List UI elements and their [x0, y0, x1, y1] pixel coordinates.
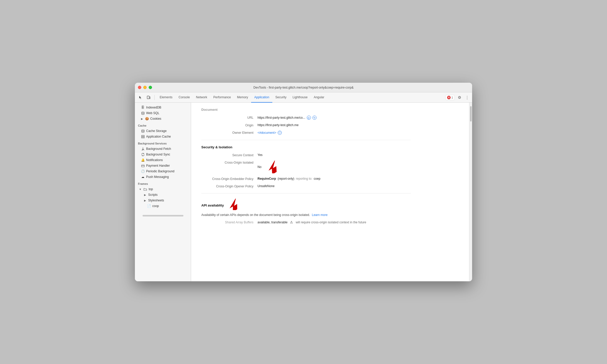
sidebar-item-periodic-background[interactable]: 🕐 Periodic Background — [135, 168, 191, 174]
sidebar-item-background-fetch[interactable]: Background Fetch — [135, 146, 191, 152]
window-title: DevTools - first-party-test.glitch.me/co… — [253, 86, 354, 89]
secure-context-text: Yes — [258, 153, 263, 157]
file-icon: 📄 — [147, 204, 151, 208]
top-expand-arrow: ▼ — [139, 188, 142, 191]
coep-note: (report-only) — [278, 177, 294, 180]
devtools-window: DevTools - first-party-test.glitch.me/co… — [135, 83, 472, 281]
app-cache-icon — [141, 135, 145, 138]
coep-reporting-label: reporting to: — [296, 177, 312, 180]
cursor-icon — [138, 95, 143, 100]
sidebar-item-notifications[interactable]: 🔔 Notifications — [135, 157, 191, 163]
url-copy-icon[interactable]: ◎ — [307, 116, 311, 120]
svg-marker-8 — [265, 161, 280, 173]
sidebar-label-payment-handler: Payment Handler — [146, 164, 170, 167]
device-icon — [147, 95, 151, 100]
sidebar-label-top: top — [149, 187, 153, 191]
sidebar-label-bg-fetch: Background Fetch — [146, 147, 171, 151]
coop-value: UnsafeNone — [258, 184, 275, 188]
bell-icon: 🔔 — [141, 158, 145, 162]
url-refresh-icon[interactable]: ↻ — [312, 116, 317, 120]
url-field-row: URL https://first-party-test.glitch.me/c… — [201, 116, 411, 120]
inspect-element-button[interactable] — [137, 94, 144, 101]
owner-element-label: Owner Element — [201, 131, 258, 135]
sidebar-scrollbar[interactable] — [143, 215, 183, 216]
error-badge[interactable]: ✕ 1 — [445, 95, 455, 100]
owner-element-info-icon[interactable]: ⓘ — [278, 131, 282, 135]
svg-point-3 — [142, 130, 144, 131]
sidebar-label-cookies: Cookies — [150, 117, 161, 120]
sidebar-item-background-sync[interactable]: Background Sync — [135, 152, 191, 157]
origin-field-row: Origin https://first-party-test.glitch.m… — [201, 123, 411, 127]
cross-origin-isolated-field-row: Cross-Origin Isolated No — [201, 161, 411, 173]
divider-1 — [201, 140, 411, 140]
payment-icon — [141, 164, 145, 167]
svg-rect-4 — [142, 135, 144, 136]
sidebar-item-push-messaging[interactable]: ☁ Push Messaging — [135, 174, 191, 180]
coep-field-row: Cross-Origin Embedder Policy RequireCorp… — [201, 177, 411, 181]
sidebar-item-payment-handler[interactable]: Payment Handler — [135, 163, 191, 168]
close-button[interactable] — [138, 86, 141, 89]
owner-element-link[interactable]: <#document> — [258, 131, 276, 135]
shared-buffers-note: will require cross-origin isolated conte… — [296, 221, 366, 224]
divider-2 — [201, 193, 411, 193]
security-section-title: Security & Isolation — [201, 145, 411, 149]
sidebar-item-application-cache[interactable]: Application Cache — [135, 134, 191, 139]
tab-console[interactable]: Console — [176, 92, 193, 103]
sidebar-item-scripts[interactable]: ▶ Scripts — [135, 192, 191, 198]
tab-memory[interactable]: Memory — [234, 92, 251, 103]
tab-application[interactable]: Application — [251, 92, 272, 103]
database2-icon — [141, 111, 145, 115]
coop-label: Cross-Origin Opener Policy — [201, 184, 258, 188]
origin-value: https://first-party-test.glitch.me — [258, 123, 299, 127]
sidebar-item-cache-storage[interactable]: Cache Storage — [135, 128, 191, 134]
cross-origin-isolated-value: No — [258, 161, 280, 173]
api-section-header: API availablity — [201, 199, 411, 210]
cache-storage-icon — [141, 129, 145, 133]
scrollbar-thumb[interactable] — [470, 106, 472, 122]
toolbar-separator — [154, 95, 155, 100]
cache-section-label: Cache — [135, 122, 191, 128]
maximize-button[interactable] — [149, 86, 152, 89]
sidebar-label-periodic-bg: Periodic Background — [146, 169, 174, 173]
coep-text: RequireCorp — [258, 177, 276, 180]
sidebar-item-indexeddb[interactable]: 🗄 IndexedDB — [135, 105, 191, 110]
main-area: 🗄 IndexedDB Web SQL ▶ 🍪 Cookies — [135, 103, 472, 281]
content-scrollbar[interactable] — [469, 103, 472, 281]
sidebar-item-top[interactable]: ▼ top — [135, 186, 191, 192]
sidebar-label-scripts: Scripts — [148, 193, 158, 197]
sidebar-item-websql[interactable]: Web SQL — [135, 110, 191, 116]
shared-buffers-value: available, transferable ⚠ will require c… — [258, 220, 366, 224]
api-learn-more-link[interactable]: Learn more — [312, 213, 328, 217]
coep-reporting-value: coep — [314, 177, 320, 180]
red-arrow-2 — [227, 199, 241, 210]
svg-rect-0 — [147, 96, 149, 99]
stylesheets-expand-arrow: ▶ — [144, 199, 146, 202]
secure-context-label: Secure Context — [201, 153, 258, 157]
minimize-button[interactable] — [143, 86, 147, 89]
api-desc-text: Availability of certain APIs depends on … — [201, 213, 310, 217]
cookies-expand-arrow: ▶ — [141, 117, 143, 120]
shared-buffers-label: Shared Array Buffers — [201, 220, 258, 224]
sidebar-item-coop[interactable]: 📄 coop — [135, 203, 191, 209]
tab-elements[interactable]: Elements — [157, 92, 176, 103]
tab-security[interactable]: Security — [272, 92, 289, 103]
svg-rect-5 — [142, 136, 144, 137]
tab-performance[interactable]: Performance — [210, 92, 234, 103]
svg-rect-6 — [142, 137, 144, 138]
sidebar-label-stylesheets: Stylesheets — [148, 199, 164, 202]
device-toggle-button[interactable] — [145, 94, 152, 101]
cloud-icon: ☁ — [141, 175, 145, 179]
tab-network[interactable]: Network — [193, 92, 210, 103]
tab-angular[interactable]: Angular — [311, 92, 327, 103]
coop-text: UnsafeNone — [258, 184, 275, 188]
coep-value: RequireCorp (report-only) reporting to: … — [258, 177, 320, 180]
owner-element-value: <#document> ⓘ — [258, 131, 282, 135]
sidebar-item-stylesheets[interactable]: ▶ Stylesheets — [135, 198, 191, 203]
sidebar-label-coop: coop — [152, 204, 159, 208]
origin-label: Origin — [201, 123, 258, 127]
more-options-button[interactable]: ⋮ — [464, 94, 470, 101]
settings-button[interactable]: ⚙ — [456, 94, 462, 101]
sidebar-item-cookies[interactable]: ▶ 🍪 Cookies — [135, 116, 191, 122]
frames-section-label: Frames — [135, 180, 191, 186]
tab-lighthouse[interactable]: Lighthouse — [289, 92, 311, 103]
